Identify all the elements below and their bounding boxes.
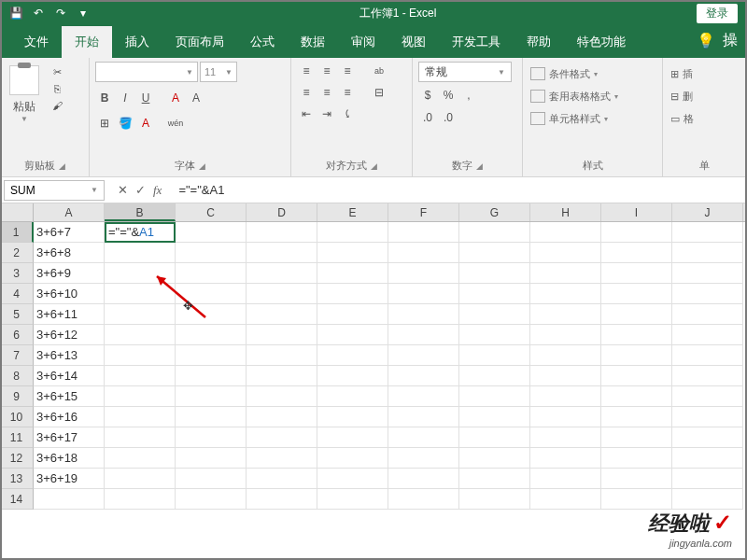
row-header[interactable]: 1: [0, 222, 34, 243]
cell[interactable]: [176, 325, 247, 345]
cell[interactable]: [317, 386, 388, 407]
cell[interactable]: 3+6+12: [34, 325, 105, 345]
tab-home[interactable]: 开始: [62, 26, 112, 58]
cell[interactable]: [105, 284, 176, 304]
font-grow-button[interactable]: A: [187, 89, 205, 107]
font-launcher-icon[interactable]: ◢: [199, 161, 205, 171]
cell[interactable]: [317, 284, 388, 304]
tab-review[interactable]: 审阅: [338, 26, 388, 58]
cell[interactable]: [247, 345, 317, 366]
tab-layout[interactable]: 页面布局: [162, 26, 237, 58]
cell[interactable]: [176, 263, 247, 284]
cell[interactable]: [601, 386, 672, 407]
cell[interactable]: [247, 284, 317, 304]
cell[interactable]: [530, 325, 601, 345]
cell[interactable]: [317, 263, 388, 284]
cell[interactable]: [105, 407, 176, 427]
select-all-corner[interactable]: [0, 203, 34, 221]
cell[interactable]: [672, 263, 743, 284]
fill-color-button[interactable]: 🪣: [116, 114, 134, 133]
alignment-launcher-icon[interactable]: ◢: [371, 161, 377, 171]
cell[interactable]: [459, 489, 530, 510]
cell[interactable]: [601, 263, 672, 284]
cell[interactable]: [388, 427, 459, 448]
cell[interactable]: [247, 489, 317, 510]
cell[interactable]: [247, 448, 317, 469]
tab-file[interactable]: 文件: [11, 26, 62, 58]
orientation-icon[interactable]: ⤹: [338, 105, 357, 123]
cell[interactable]: [105, 448, 176, 469]
cell[interactable]: [247, 469, 317, 489]
cell[interactable]: [176, 427, 247, 448]
cell[interactable]: [672, 284, 743, 304]
increase-decimal-icon[interactable]: .0: [418, 108, 437, 127]
col-header-j[interactable]: J: [672, 203, 743, 221]
col-header-g[interactable]: G: [459, 203, 530, 221]
row-header[interactable]: 6: [0, 325, 34, 345]
cell[interactable]: [388, 345, 459, 366]
cell[interactable]: [317, 366, 388, 386]
number-launcher-icon[interactable]: ◢: [476, 161, 483, 171]
cell[interactable]: [530, 284, 601, 304]
cell[interactable]: [530, 304, 601, 325]
col-header-h[interactable]: H: [530, 203, 601, 221]
cell[interactable]: [530, 489, 601, 510]
cells-grid[interactable]: 3+6+7="="&A13+6+83+6+93+6+103+6+113+6+12…: [34, 222, 743, 510]
col-header-e[interactable]: E: [317, 203, 388, 221]
formula-input[interactable]: ="="&A1: [171, 183, 747, 197]
cell[interactable]: [388, 366, 459, 386]
undo-icon[interactable]: ↶: [30, 5, 47, 21]
cell[interactable]: [388, 284, 459, 304]
row-header[interactable]: 8: [0, 366, 34, 386]
save-icon[interactable]: 💾: [7, 5, 24, 21]
font-size-combo[interactable]: 11 ▼: [200, 62, 237, 82]
indent-decrease-icon[interactable]: ⇤: [297, 105, 316, 123]
col-header-f[interactable]: F: [388, 203, 459, 221]
cell[interactable]: [530, 407, 601, 427]
cell[interactable]: 3+6+18: [34, 448, 105, 469]
row-header[interactable]: 7: [0, 345, 34, 366]
paste-button[interactable]: 粘贴 ▼: [6, 62, 43, 127]
format-cells-button[interactable]: ▭ 格: [670, 108, 694, 129]
cell[interactable]: [530, 427, 601, 448]
cell[interactable]: [105, 325, 176, 345]
row-header[interactable]: 2: [0, 243, 34, 263]
cell[interactable]: 3+6+7: [34, 222, 105, 243]
cell[interactable]: [317, 325, 388, 345]
cell[interactable]: [247, 263, 317, 284]
cell[interactable]: [459, 386, 530, 407]
phonetic-button[interactable]: wén: [166, 114, 185, 133]
cell[interactable]: [530, 469, 601, 489]
cell[interactable]: [672, 325, 743, 345]
cell[interactable]: [459, 263, 530, 284]
cell[interactable]: [176, 386, 247, 407]
cell[interactable]: [317, 222, 388, 243]
cell[interactable]: [176, 284, 247, 304]
cell[interactable]: [601, 222, 672, 243]
cell[interactable]: [176, 222, 247, 243]
cell[interactable]: [176, 407, 247, 427]
tab-insert[interactable]: 插入: [112, 26, 162, 58]
cell[interactable]: [317, 407, 388, 427]
font-color-a-button[interactable]: A: [166, 89, 185, 107]
cell[interactable]: [459, 448, 530, 469]
format-painter-icon[interactable]: 🖌: [49, 99, 65, 112]
cell[interactable]: 3+6+10: [34, 284, 105, 304]
cell[interactable]: [601, 243, 672, 263]
bold-button[interactable]: B: [95, 89, 114, 107]
cell[interactable]: [601, 407, 672, 427]
cell[interactable]: [388, 243, 459, 263]
col-header-a[interactable]: A: [34, 203, 105, 221]
col-header-i[interactable]: I: [601, 203, 672, 221]
cell[interactable]: 3+6+14: [34, 366, 105, 386]
col-header-c[interactable]: C: [176, 203, 247, 221]
fx-icon[interactable]: fx: [153, 183, 162, 198]
cell[interactable]: [105, 345, 176, 366]
cell[interactable]: [530, 366, 601, 386]
cancel-formula-icon[interactable]: ✕: [118, 183, 128, 197]
cell[interactable]: [459, 469, 530, 489]
clipboard-launcher-icon[interactable]: ◢: [59, 161, 65, 171]
cell[interactable]: [672, 448, 743, 469]
cell[interactable]: [176, 469, 247, 489]
row-header[interactable]: 14: [0, 489, 34, 510]
